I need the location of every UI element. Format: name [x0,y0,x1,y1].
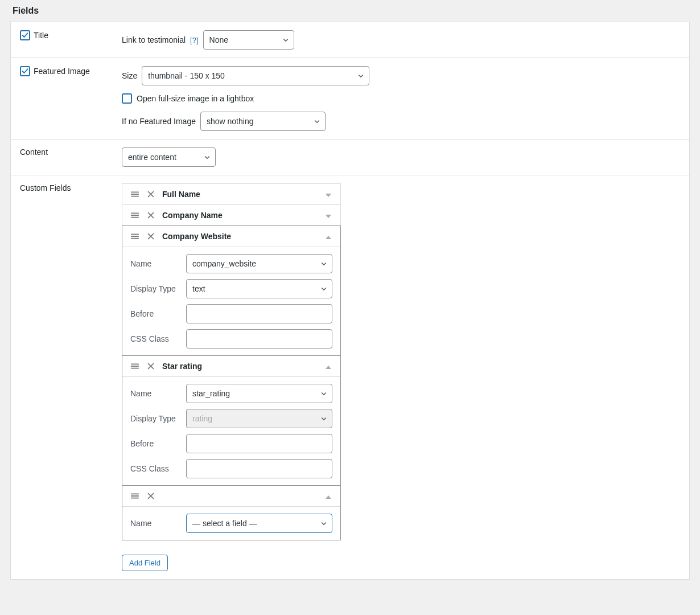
chevron-down-icon [320,285,327,292]
custom-field-header: Full Name [122,184,340,204]
remove-icon[interactable] [146,190,155,199]
custom-field-title: Star rating [162,362,318,371]
drag-handle-icon[interactable] [130,190,139,199]
name-select[interactable]: — select a field — [186,514,332,533]
custom-fields-label: Custom Fields [20,183,71,192]
link-to-testimonial-select[interactable]: None [203,30,294,50]
custom-field-header: Star rating [122,356,340,376]
size-select[interactable]: thumbnail - 150 x 150 [142,66,369,85]
title-checkbox[interactable] [20,30,30,40]
toggle-icon[interactable] [324,190,332,199]
row-featured-image: Featured Image Size thumbnail - 150 x 15… [11,58,689,140]
chevron-down-icon [320,415,327,422]
display-type-label: Display Type [130,414,182,423]
toggle-icon[interactable] [324,491,332,501]
drag-handle-icon[interactable] [130,211,139,220]
remove-icon[interactable] [146,491,155,501]
custom-fields-list: Full NameCompany NameCompany WebsiteName… [122,183,341,540]
custom-field-body: Namestar_ratingDisplay TyperatingBeforeC… [122,376,340,485]
name-label: Name [130,259,182,268]
display-type-label: Display Type [130,284,182,293]
drag-handle-icon[interactable] [130,362,139,371]
display-type-value: text [192,284,205,293]
chevron-down-icon [282,36,289,43]
link-to-testimonial-value: None [209,35,228,44]
if-no-featured-image-label: If no Featured Image [122,117,196,126]
featured-image-checkbox[interactable] [20,66,30,76]
size-value: thumbnail - 150 x 150 [148,71,225,80]
title-checkbox-label: Title [34,31,48,40]
toggle-icon[interactable] [324,362,332,371]
before-input[interactable] [186,434,332,453]
toggle-icon[interactable] [324,211,332,220]
display-type-value: rating [192,414,212,423]
name-select[interactable]: star_rating [186,384,332,403]
drag-handle-icon[interactable] [130,491,139,501]
chevron-down-icon [320,260,327,267]
chevron-down-icon [357,72,364,79]
custom-field-item: Name— select a field — [122,485,341,540]
drag-handle-icon[interactable] [130,232,139,241]
custom-field-header: Company Website [122,226,340,247]
if-no-featured-image-value: show nothing [207,117,254,126]
remove-icon[interactable] [146,362,155,371]
lightbox-checkbox[interactable] [122,93,132,104]
custom-field-item: Full Name [122,183,341,205]
row-title: Title Link to testimonial [?] None [11,22,689,58]
add-field-button[interactable]: Add Field [122,555,168,571]
css-class-label: CSS Class [130,464,182,473]
before-label: Before [130,309,182,318]
chevron-down-icon [204,154,211,161]
toggle-icon[interactable] [324,232,332,241]
css-class-input[interactable] [186,329,332,348]
if-no-featured-image-select[interactable]: show nothing [200,112,326,131]
custom-field-body: Namecompany_websiteDisplay TypetextBefor… [122,247,340,355]
lightbox-label: Open full-size image in a lightbox [137,94,254,103]
name-label: Name [130,389,182,398]
custom-field-item: Star ratingNamestar_ratingDisplay Typera… [122,355,341,486]
content-label: Content [20,147,48,157]
row-content: Content entire content [11,140,689,175]
custom-field-title: Company Website [162,232,318,241]
custom-field-title: Full Name [162,190,318,199]
remove-icon[interactable] [146,211,155,220]
custom-field-header: Company Name [122,205,340,226]
name-label: Name [130,519,182,528]
help-icon[interactable]: [?] [190,36,198,44]
custom-field-header [122,486,340,506]
name-select[interactable]: company_website [186,254,332,273]
before-input[interactable] [186,304,332,323]
name-value: company_website [192,259,256,268]
panel-title: Fields [10,6,690,22]
row-custom-fields: Custom Fields Full NameCompany NameCompa… [11,175,689,579]
custom-field-body: Name— select a field — [122,506,340,540]
chevron-down-icon [314,118,320,125]
display-type-select: rating [186,409,332,428]
remove-icon[interactable] [146,232,155,241]
content-value: entire content [128,153,176,162]
before-label: Before [130,439,182,448]
display-type-select[interactable]: text [186,279,332,298]
fields-panel: Title Link to testimonial [?] None [10,22,690,580]
chevron-down-icon [320,390,327,397]
css-class-label: CSS Class [130,334,182,343]
link-to-testimonial-label: Link to testimonial [122,35,186,44]
custom-field-item: Company WebsiteNamecompany_websiteDispla… [122,226,341,356]
css-class-input[interactable] [186,459,332,478]
name-value: — select a field — [192,519,257,528]
size-label: Size [122,71,137,80]
featured-image-checkbox-label: Featured Image [34,67,90,76]
content-select[interactable]: entire content [122,147,216,167]
custom-field-title: Company Name [162,211,318,220]
chevron-down-icon [320,520,327,527]
custom-field-item: Company Name [122,204,341,226]
name-value: star_rating [192,389,230,398]
